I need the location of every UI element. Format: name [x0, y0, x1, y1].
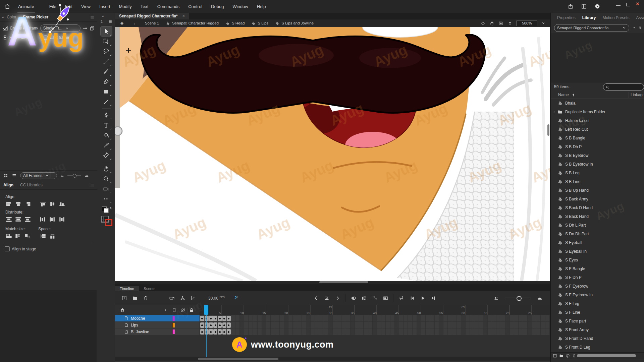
- step-forward-button[interactable]: [429, 294, 438, 302]
- breadcrumb-s-head[interactable]: S Head: [223, 21, 247, 25]
- expand-chevron-icon[interactable]: [552, 110, 556, 114]
- library-item-bhala[interactable]: Bhala: [551, 99, 644, 108]
- new-folder-button[interactable]: [130, 294, 139, 302]
- list-view-icon[interactable]: [12, 173, 17, 178]
- slider-knob[interactable]: [73, 174, 76, 178]
- match-width-button[interactable]: [5, 233, 13, 239]
- highlight-column-icon[interactable]: [164, 309, 167, 311]
- camera-layer-button[interactable]: [167, 294, 176, 302]
- zoom-in-thumbnails-icon[interactable]: [84, 173, 89, 178]
- timeline-scrollbar[interactable]: [115, 357, 550, 361]
- scrollbar-thumb[interactable]: [577, 354, 636, 357]
- document-tab[interactable]: Senapati Rigged Character.fla* ×: [115, 13, 189, 19]
- keyframe-cell[interactable]: [209, 322, 213, 328]
- swap-colors-icon[interactable]: ↻: [110, 206, 112, 210]
- library-search-input[interactable]: [603, 83, 644, 90]
- asset-warp-tool[interactable]: [101, 57, 112, 66]
- library-document-dropdown[interactable]: Senapati Rigged Character.fla: [554, 24, 629, 32]
- play-button[interactable]: [418, 294, 427, 302]
- keyframe-cell[interactable]: [213, 316, 217, 321]
- library-item-s-dn-dh-part[interactable]: S Dn Dh Part: [551, 230, 644, 238]
- align-bottom-button[interactable]: [58, 200, 66, 207]
- keyframe-cell[interactable]: [227, 322, 231, 328]
- distribute-right-button[interactable]: [58, 216, 66, 223]
- workspace-icon[interactable]: [581, 3, 587, 9]
- test-movie-icon[interactable]: [594, 3, 600, 9]
- layer-row-s-jowline[interactable]: S_Jowline: [115, 328, 550, 335]
- clip-content-icon[interactable]: [498, 21, 503, 26]
- fit-timeline-button[interactable]: [535, 294, 544, 302]
- match-both-button[interactable]: [23, 233, 32, 239]
- show-parenting-button[interactable]: [178, 294, 187, 302]
- zoom-spinner-icon[interactable]: [507, 21, 513, 26]
- thumbnail-size-slider[interactable]: [67, 175, 81, 176]
- grid-view-icon[interactable]: [3, 173, 8, 178]
- panel-menu-icon[interactable]: [90, 15, 95, 19]
- library-item-s-f-eyebrow[interactable]: S F Eyebrow: [551, 282, 644, 291]
- paint-bucket-tool[interactable]: [101, 130, 112, 140]
- library-item-s-b-up-hand[interactable]: S B Up Hand: [551, 186, 644, 195]
- back-arrow-icon[interactable]: ←: [133, 20, 138, 26]
- library-item-s-b-leg[interactable]: S B Leg: [551, 169, 644, 177]
- layer-frames-track[interactable]: [200, 322, 550, 328]
- app-menu-animate[interactable]: Animate: [16, 4, 36, 9]
- keyframe-cell[interactable]: [227, 316, 231, 321]
- outline-column-icon[interactable]: [171, 307, 177, 313]
- layer-color-swatch[interactable]: [173, 316, 175, 321]
- timeline-tab-timeline[interactable]: Timeline: [115, 286, 139, 291]
- home-icon[interactable]: [4, 3, 11, 10]
- visibility-column-icon[interactable]: [180, 307, 185, 313]
- match-height-button[interactable]: [14, 233, 22, 239]
- library-item-duplicate-items-folder[interactable]: Duplicate Items Folder: [551, 108, 644, 116]
- new-symbol-icon[interactable]: [553, 354, 557, 358]
- menu-commands[interactable]: Commands: [153, 4, 184, 9]
- puppet-pin-tool[interactable]: [101, 150, 112, 160]
- library-item-s-f-leg[interactable]: S F Leg: [551, 299, 644, 308]
- timeline-tab-scene[interactable]: Scene: [139, 286, 159, 291]
- eyedropper-tool[interactable]: [101, 140, 112, 150]
- menu-window[interactable]: Window: [228, 4, 252, 9]
- keyframe-cell[interactable]: [200, 329, 204, 335]
- panel-tab-cc-libraries[interactable]: CC Libraries: [17, 183, 46, 187]
- sort-ascending-icon[interactable]: [572, 93, 575, 97]
- column-divider[interactable]: [629, 92, 629, 98]
- layers-stack-icon[interactable]: [120, 307, 125, 313]
- camera-tool[interactable]: [101, 184, 112, 194]
- keyframe-cell[interactable]: [209, 329, 213, 335]
- zoom-tool[interactable]: [101, 174, 112, 184]
- library-item-s-f-line[interactable]: S F Line: [551, 308, 644, 317]
- keyframe-cell[interactable]: [222, 322, 226, 328]
- minimize-icon[interactable]: [616, 2, 621, 6]
- lasso-tool[interactable]: [101, 47, 112, 56]
- stage-canvas[interactable]: AyugAyugAyugAyugAyugAyugAyugAyugAyugAyug…: [115, 27, 550, 281]
- first-frame-radio[interactable]: [3, 35, 7, 40]
- collapse-toolbar-icon[interactable]: «: [102, 14, 103, 18]
- menu-modify[interactable]: Modify: [115, 4, 136, 9]
- library-item-halmei-ka-cut[interactable]: Halmei ka cut: [551, 116, 644, 125]
- hand-tool[interactable]: [101, 164, 112, 174]
- menu-control[interactable]: Control: [184, 4, 207, 9]
- toolbar-menu-icon[interactable]: [108, 19, 112, 24]
- align-center-v-button[interactable]: [48, 200, 56, 207]
- align-right-button[interactable]: [23, 200, 32, 207]
- library-item-s-front-d-leg[interactable]: S Front D Leg: [551, 343, 644, 352]
- create-keyframe-checkbox[interactable]: [3, 26, 8, 31]
- library-item-s-dh-l-part[interactable]: S Dh L Part: [551, 221, 644, 230]
- menu-debug[interactable]: Debug: [207, 4, 228, 9]
- space-horizontal-button[interactable]: [48, 233, 56, 239]
- rotation-icon[interactable]: [489, 21, 494, 26]
- keyframe-cell[interactable]: [218, 329, 222, 335]
- item-properties-icon[interactable]: [566, 354, 570, 358]
- zoom-out-thumbnails-icon[interactable]: [60, 174, 64, 178]
- more-tools-tool[interactable]: [101, 194, 112, 204]
- insert-keyframe-button[interactable]: [322, 294, 331, 302]
- free-transform-tool[interactable]: [101, 37, 112, 46]
- keyframe-cell[interactable]: [200, 322, 204, 328]
- menu-text[interactable]: Text: [136, 4, 153, 9]
- linkage-column-header[interactable]: Linkage: [631, 93, 644, 97]
- fill-color-swatch[interactable]: [104, 208, 109, 213]
- panel-menu-icon[interactable]: [90, 183, 95, 187]
- layer-color-swatch[interactable]: [173, 323, 175, 327]
- keyframe-cell[interactable]: [213, 322, 217, 328]
- scrollbar-thumb[interactable]: [319, 281, 368, 283]
